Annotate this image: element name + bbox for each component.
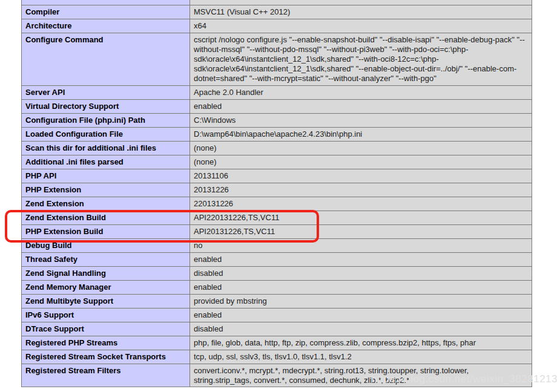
row-value: (none)	[190, 155, 532, 169]
row-value: disabled	[190, 322, 532, 336]
table-row: Configure Commandcscript /nologo configu…	[22, 33, 532, 86]
table-row-partial	[22, 0, 532, 5]
phpinfo-table-wrap: CompilerMSVC11 (Visual C++ 2012)Architec…	[21, 0, 532, 387]
row-value: API220131226,TS,VC11	[190, 211, 532, 225]
row-label: PHP Extension	[22, 183, 190, 197]
phpinfo-table: CompilerMSVC11 (Visual C++ 2012)Architec…	[21, 0, 532, 387]
row-label: PHP Extension Build	[22, 225, 190, 239]
row-value: C:\Windows	[190, 114, 532, 128]
table-row: CompilerMSVC11 (Visual C++ 2012)	[22, 5, 532, 19]
table-row: PHP API20131106	[22, 169, 532, 183]
row-label: Debug Build	[22, 239, 190, 253]
row-label: Server API	[22, 86, 190, 100]
row-value: enabled	[190, 253, 532, 267]
table-row: Server APIApache 2.0 Handler	[22, 86, 532, 100]
table-row: PHP Extension20131226	[22, 183, 532, 197]
row-label: Compiler	[22, 5, 190, 19]
row-value: disabled	[190, 267, 532, 281]
table-row: Registered PHP Streamsphp, file, glob, d…	[22, 336, 532, 350]
table-row: Zend Memory Managerenabled	[22, 281, 532, 295]
table-body: CompilerMSVC11 (Visual C++ 2012)Architec…	[22, 0, 532, 387]
table-row: Zend Extension BuildAPI220131226,TS,VC11	[22, 211, 532, 225]
row-label: Architecture	[22, 19, 190, 33]
row-label: Zend Multibyte Support	[22, 295, 190, 309]
table-row: Zend Multibyte Supportprovided by mbstri…	[22, 295, 532, 309]
row-label	[22, 0, 190, 5]
row-label: PHP API	[22, 169, 190, 183]
table-row: IPv6 Supportenabled	[22, 309, 532, 322]
table-row: Zend Signal Handlingdisabled	[22, 267, 532, 281]
table-row: PHP Extension BuildAPI20131226,TS,VC11	[22, 225, 532, 239]
row-label: Registered Stream Socket Transports	[22, 350, 190, 364]
row-label: Registered Stream Filters	[22, 364, 190, 387]
row-value: 20131106	[190, 169, 532, 183]
row-value: x64	[190, 19, 532, 33]
table-row: Zend Extension220131226	[22, 197, 532, 211]
row-label: DTrace Support	[22, 322, 190, 336]
row-label: Loaded Configuration File	[22, 128, 190, 142]
row-label: Scan this dir for additional .ini files	[22, 142, 190, 155]
table-row: Architecturex64	[22, 19, 532, 33]
row-value: provided by mbstring	[190, 295, 532, 309]
row-value: no	[190, 239, 532, 253]
table-row: Thread Safetyenabled	[22, 253, 532, 267]
row-label: Registered PHP Streams	[22, 336, 190, 350]
row-value: cscript /nologo configure.js "--enable-s…	[190, 33, 532, 86]
row-label: Configure Command	[22, 33, 190, 86]
row-label: Zend Extension	[22, 197, 190, 211]
csdn-watermark: https://blog.csdn.net/weixin_38281213	[371, 373, 558, 385]
row-value: php, file, glob, data, http, ftp, zip, c…	[190, 336, 532, 350]
row-label: Virtual Directory Support	[22, 100, 190, 114]
row-value: enabled	[190, 309, 532, 322]
row-value: enabled	[190, 100, 532, 114]
row-value: API20131226,TS,VC11	[190, 225, 532, 239]
table-row: Debug Buildno	[22, 239, 532, 253]
page: CompilerMSVC11 (Visual C++ 2012)Architec…	[0, 0, 560, 392]
row-value: MSVC11 (Visual C++ 2012)	[190, 5, 532, 19]
row-label: Configuration File (php.ini) Path	[22, 114, 190, 128]
table-row: Configuration File (php.ini) PathC:\Wind…	[22, 114, 532, 128]
row-value: 20131226	[190, 183, 532, 197]
row-label: Additional .ini files parsed	[22, 155, 190, 169]
table-row: Scan this dir for additional .ini files(…	[22, 142, 532, 155]
row-value: tcp, udp, ssl, sslv3, tls, tlsv1.0, tlsv…	[190, 350, 532, 364]
table-row: Registered Stream Socket Transportstcp, …	[22, 350, 532, 364]
row-value: enabled	[190, 281, 532, 295]
row-label: Zend Extension Build	[22, 211, 190, 225]
row-label: IPv6 Support	[22, 309, 190, 322]
row-label: Zend Signal Handling	[22, 267, 190, 281]
table-row: DTrace Supportdisabled	[22, 322, 532, 336]
row-value: 220131226	[190, 197, 532, 211]
row-value: D:\wamp64\bin\apache\apache2.4.23\bin\ph…	[190, 128, 532, 142]
table-row: Additional .ini files parsed(none)	[22, 155, 532, 169]
row-label: Zend Memory Manager	[22, 281, 190, 295]
row-value: Apache 2.0 Handler	[190, 86, 532, 100]
table-row: Loaded Configuration FileD:\wamp64\bin\a…	[22, 128, 532, 142]
row-value: (none)	[190, 142, 532, 155]
table-row: Virtual Directory Supportenabled	[22, 100, 532, 114]
row-value	[190, 0, 532, 5]
row-label: Thread Safety	[22, 253, 190, 267]
